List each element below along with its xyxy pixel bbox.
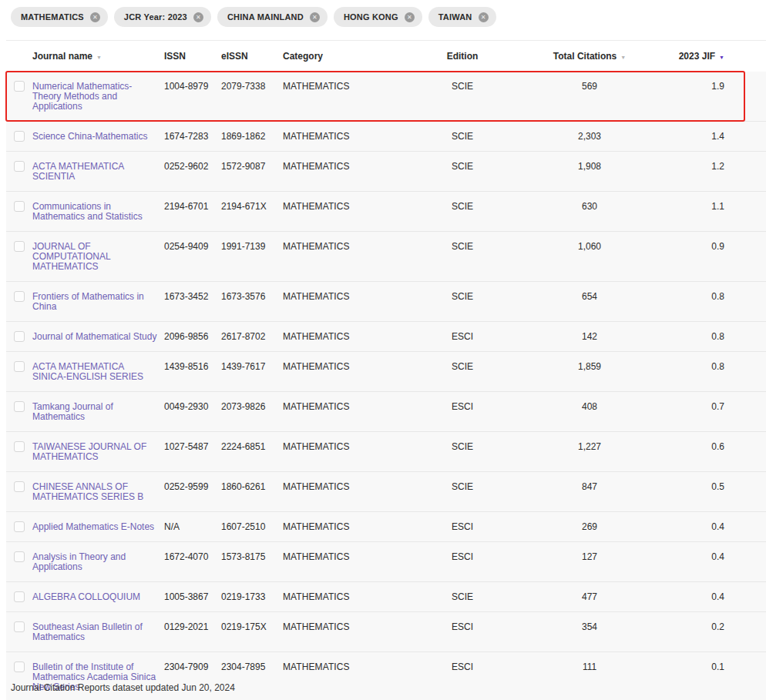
category-cell: MATHEMATICS — [283, 131, 401, 142]
journal-link[interactable]: Journal of Mathematical Study — [32, 331, 156, 342]
filter-chip-label: MATHEMATICS — [21, 12, 84, 22]
column-header-2023-jif[interactable]: 2023 JIF ▼ — [655, 51, 766, 62]
row-checkbox[interactable] — [14, 361, 25, 372]
row-checkbox[interactable] — [14, 241, 25, 252]
eissn-cell: 1673-3576 — [221, 291, 283, 302]
journal-link[interactable]: Applied Mathematics E-Notes — [32, 521, 154, 532]
filter-chip-mathematics[interactable]: MATHEMATICS ✕ — [11, 7, 108, 27]
journal-link[interactable]: JOURNAL OF COMPUTATIONAL MATHEMATICS — [32, 241, 110, 272]
issn-cell: 0254-9409 — [164, 241, 221, 252]
eissn-cell: 0219-175X — [221, 621, 283, 632]
row-checkbox-cell — [6, 551, 32, 562]
total-citations-cell: 1,060 — [524, 241, 655, 252]
jif-cell: 0.1 — [655, 661, 766, 672]
row-checkbox[interactable] — [14, 401, 25, 412]
journals-table: Journal name ▼ ISSN eISSN Category Editi… — [6, 40, 766, 700]
journal-name-cell: Analysis in Theory and Applications — [32, 551, 164, 572]
row-checkbox[interactable] — [14, 551, 25, 562]
dataset-updated-note: Journal Citation Reports dataset updated… — [11, 682, 235, 693]
close-icon[interactable]: ✕ — [193, 12, 203, 22]
filter-chip-china-mainland[interactable]: CHINA MAINLAND ✕ — [217, 7, 328, 27]
row-checkbox[interactable] — [14, 621, 25, 632]
journal-name-cell: Science China-Mathematics — [32, 131, 164, 142]
jif-cell: 0.4 — [655, 551, 766, 562]
row-checkbox-cell — [6, 401, 32, 412]
issn-cell: 2194-6701 — [164, 201, 221, 212]
journal-link[interactable]: Science China-Mathematics — [32, 131, 147, 142]
journal-link[interactable]: TAIWANESE JOURNAL OF MATHEMATICS — [32, 441, 146, 462]
column-header-journal-name[interactable]: Journal name ▼ — [32, 51, 164, 62]
journal-link[interactable]: Frontiers of Mathematics in China — [32, 291, 144, 312]
table-row: Analysis in Theory and Applications 1672… — [6, 542, 766, 582]
row-checkbox[interactable] — [14, 291, 25, 302]
journal-name-cell: Southeast Asian Bulletin of Mathematics — [32, 621, 164, 642]
journal-link[interactable]: Numerical Mathematics-Theory Methods and… — [32, 81, 132, 112]
issn-cell: 1673-3452 — [164, 291, 221, 302]
category-cell: MATHEMATICS — [283, 241, 401, 252]
close-icon[interactable]: ✕ — [310, 12, 320, 22]
filter-chip-taiwan[interactable]: TAIWAN ✕ — [428, 7, 496, 27]
journal-link[interactable]: ACTA MATHEMATICA SINICA-ENGLISH SERIES — [32, 361, 143, 382]
column-header-category: Category — [283, 51, 401, 62]
filter-chip-label: HONG KONG — [344, 12, 398, 22]
eissn-cell: 2079-7338 — [221, 81, 283, 92]
sort-desc-icon[interactable]: ▼ — [96, 55, 102, 60]
table-row: TAIWANESE JOURNAL OF MATHEMATICS 1027-54… — [6, 432, 766, 472]
journal-name-cell: CHINESE ANNALS OF MATHEMATICS SERIES B — [32, 481, 164, 502]
category-cell: MATHEMATICS — [283, 361, 401, 372]
close-icon[interactable]: ✕ — [90, 12, 100, 22]
row-checkbox-cell — [6, 621, 32, 632]
category-cell: MATHEMATICS — [283, 161, 401, 172]
row-checkbox-cell — [6, 161, 32, 172]
total-citations-cell: 127 — [524, 551, 655, 562]
journal-link[interactable]: ALGEBRA COLLOQUIUM — [32, 591, 140, 602]
total-citations-cell: 269 — [524, 521, 655, 532]
journal-link[interactable]: Communications in Mathematics and Statis… — [32, 201, 143, 222]
column-header-total-citations[interactable]: Total Citations ▼ — [524, 51, 655, 62]
row-checkbox[interactable] — [14, 331, 25, 342]
filter-chip-hong-kong[interactable]: HONG KONG ✕ — [334, 7, 422, 27]
row-checkbox[interactable] — [14, 161, 25, 172]
journal-link[interactable]: CHINESE ANNALS OF MATHEMATICS SERIES B — [32, 481, 143, 502]
journal-link[interactable]: Southeast Asian Bulletin of Mathematics — [32, 621, 143, 642]
journal-link[interactable]: ACTA MATHEMATICA SCIENTIA — [32, 161, 124, 182]
jif-cell: 1.4 — [655, 131, 766, 142]
close-icon[interactable]: ✕ — [479, 12, 489, 22]
edition-cell: SCIE — [401, 81, 524, 92]
row-checkbox[interactable] — [14, 201, 25, 212]
edition-cell: SCIE — [401, 591, 524, 602]
row-checkbox[interactable] — [14, 521, 25, 532]
row-checkbox[interactable] — [14, 441, 25, 452]
edition-cell: SCIE — [401, 201, 524, 212]
total-citations-cell: 477 — [524, 591, 655, 602]
table-row: CHINESE ANNALS OF MATHEMATICS SERIES B 0… — [6, 472, 766, 512]
eissn-cell: 2617-8702 — [221, 331, 283, 342]
journal-name-cell: TAIWANESE JOURNAL OF MATHEMATICS — [32, 441, 164, 462]
table-body: Numerical Mathematics-Theory Methods and… — [6, 72, 766, 700]
total-citations-cell: 408 — [524, 401, 655, 412]
row-checkbox-cell — [6, 361, 32, 372]
journal-name-cell: ACTA MATHEMATICA SCIENTIA — [32, 161, 164, 182]
journal-link[interactable]: Tamkang Journal of Mathematics — [32, 401, 113, 422]
column-header-edition: Edition — [401, 51, 524, 62]
row-checkbox[interactable] — [14, 661, 25, 672]
table-row: Journal of Mathematical Study 2096-9856 … — [6, 322, 766, 352]
close-icon[interactable]: ✕ — [405, 12, 415, 22]
issn-cell: 2096-9856 — [164, 331, 221, 342]
category-cell: MATHEMATICS — [283, 621, 401, 632]
journal-name-cell: Tamkang Journal of Mathematics — [32, 401, 164, 422]
sort-desc-icon[interactable]: ▼ — [620, 55, 626, 60]
eissn-cell: 2073-9826 — [221, 401, 283, 412]
row-checkbox[interactable] — [14, 591, 25, 602]
eissn-cell: 2194-671X — [221, 201, 283, 212]
filter-chip-jcr-year[interactable]: JCR Year: 2023 ✕ — [114, 7, 211, 27]
row-checkbox[interactable] — [14, 81, 25, 92]
row-checkbox[interactable] — [14, 131, 25, 142]
row-checkbox[interactable] — [14, 481, 25, 492]
row-checkbox-cell — [6, 441, 32, 452]
journal-name-cell: Numerical Mathematics-Theory Methods and… — [32, 81, 164, 112]
issn-cell: 0049-2930 — [164, 401, 221, 412]
sort-desc-icon-active[interactable]: ▼ — [719, 55, 724, 60]
journal-link[interactable]: Analysis in Theory and Applications — [32, 551, 126, 572]
filter-chip-label: CHINA MAINLAND — [227, 12, 304, 22]
